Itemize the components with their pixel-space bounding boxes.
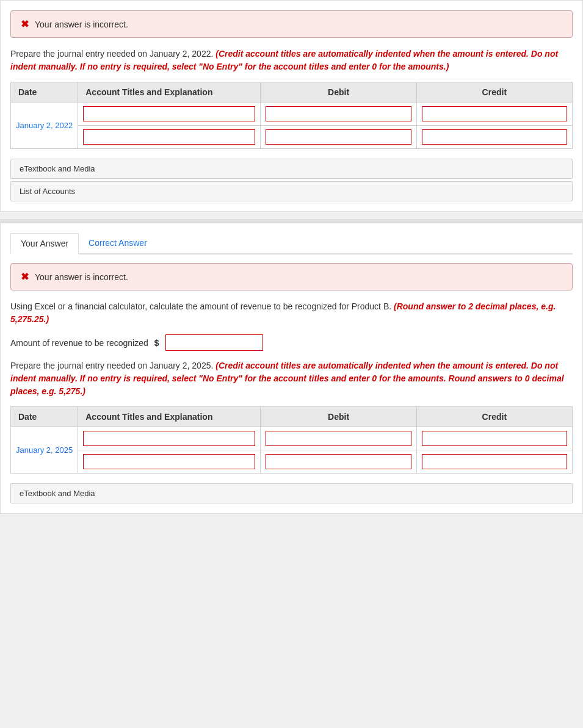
amount-label: Amount of revenue to be recognized [10, 338, 148, 348]
error-icon-2: ✖ [21, 271, 29, 283]
col-date-2: Date [11, 407, 78, 427]
journal-table-1: Date Account Titles and Explanation Debi… [10, 82, 573, 149]
account-input-1a[interactable] [83, 106, 255, 121]
debit-input-cell-2b[interactable] [261, 450, 416, 474]
error-icon-1: ✖ [21, 18, 29, 30]
amount-input[interactable] [165, 334, 263, 351]
journal-table-2: Date Account Titles and Explanation Debi… [10, 406, 573, 474]
account-input-cell-1a[interactable] [78, 103, 261, 126]
debit-input-1b[interactable] [266, 129, 411, 145]
amount-row: Amount of revenue to be recognized $ [10, 334, 573, 351]
button-row-1: eTextbook and Media List of Accounts [10, 159, 573, 201]
button-row-2: eTextbook and Media [10, 483, 573, 503]
table-row: January 2, 2022 [11, 103, 573, 126]
credit-input-cell-1b[interactable] [416, 126, 572, 149]
credit-input-cell-2b[interactable] [416, 450, 572, 474]
account-input-1b[interactable] [83, 129, 255, 145]
col-debit-2: Debit [261, 407, 416, 427]
account-input-2a[interactable] [83, 431, 255, 446]
account-input-2b[interactable] [83, 454, 255, 469]
error-box-2: ✖ Your answer is incorrect. [10, 263, 573, 290]
col-credit-1: Credit [416, 82, 572, 103]
section-2: Your Answer Correct Answer ✖ Your answer… [0, 223, 583, 514]
credit-input-2a[interactable] [422, 431, 567, 446]
debit-input-1a[interactable] [266, 106, 411, 121]
col-date-1: Date [11, 82, 78, 103]
list-of-accounts-button-1[interactable]: List of Accounts [10, 181, 573, 201]
credit-input-2b[interactable] [422, 454, 567, 469]
credit-input-1b[interactable] [422, 129, 567, 145]
section-1: ✖ Your answer is incorrect. Prepare the … [0, 0, 583, 212]
etextbook-media-button-1[interactable]: eTextbook and Media [10, 159, 573, 179]
instruction-2: Using Excel or a financial calculator, c… [10, 300, 573, 326]
debit-input-cell-1b[interactable] [261, 126, 416, 149]
dollar-sign: $ [154, 338, 159, 348]
debit-input-cell-1a[interactable] [261, 103, 416, 126]
etextbook-media-button-2[interactable]: eTextbook and Media [10, 483, 573, 503]
tabs-bar: Your Answer Correct Answer [10, 233, 573, 254]
error-text-2: Your answer is incorrect. [35, 272, 128, 282]
tab-correct-answer[interactable]: Correct Answer [79, 233, 157, 254]
date-cell-1: January 2, 2022 [11, 103, 78, 149]
credit-input-cell-2a[interactable] [416, 427, 572, 450]
instruction-1-plain: Prepare the journal entry needed on Janu… [10, 49, 213, 59]
col-debit-1: Debit [261, 82, 416, 103]
debit-input-cell-2a[interactable] [261, 427, 416, 450]
instruction-2-plain: Using Excel or a financial calculator, c… [10, 301, 391, 311]
instruction-1: Prepare the journal entry needed on Janu… [10, 48, 573, 73]
tab-your-answer[interactable]: Your Answer [10, 233, 79, 254]
account-input-cell-1b[interactable] [78, 126, 261, 149]
debit-input-2b[interactable] [266, 454, 411, 469]
error-text-1: Your answer is incorrect. [35, 20, 128, 29]
debit-input-2a[interactable] [266, 431, 411, 446]
col-credit-2: Credit [416, 407, 572, 427]
account-input-cell-2b[interactable] [78, 450, 261, 474]
date-cell-2: January 2, 2025 [11, 427, 78, 474]
instruction-3-plain: Prepare the journal entry needed on Janu… [10, 361, 213, 370]
instruction-3: Prepare the journal entry needed on Janu… [10, 359, 573, 398]
table-row [11, 450, 573, 474]
table-row [11, 126, 573, 149]
table-row: January 2, 2025 [11, 427, 573, 450]
credit-input-1a[interactable] [422, 106, 567, 121]
col-account-2: Account Titles and Explanation [78, 407, 261, 427]
col-account-1: Account Titles and Explanation [78, 82, 261, 103]
error-box-1: ✖ Your answer is incorrect. [10, 10, 573, 38]
account-input-cell-2a[interactable] [78, 427, 261, 450]
credit-input-cell-1a[interactable] [416, 103, 572, 126]
